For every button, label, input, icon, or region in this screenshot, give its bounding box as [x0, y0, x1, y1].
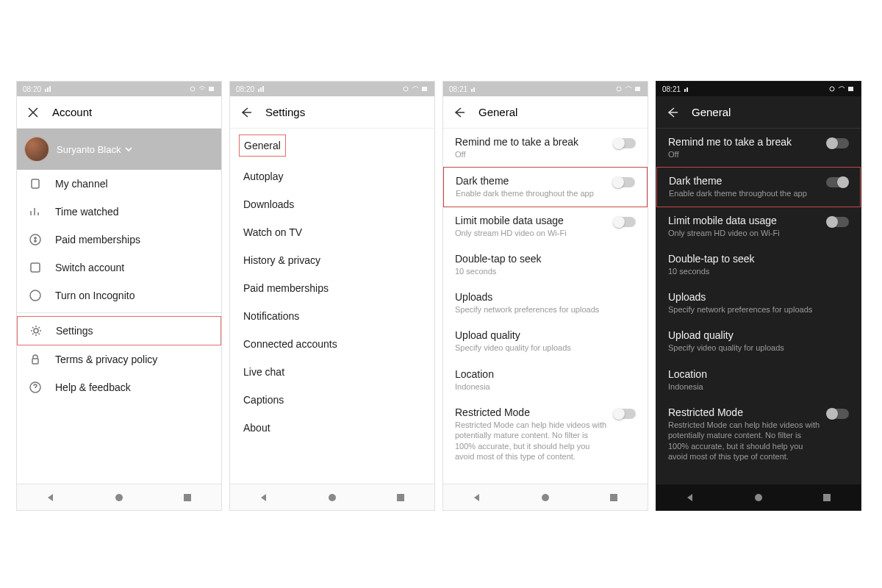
- incognito-item[interactable]: Turn on Incognito: [17, 282, 221, 309]
- chart-icon: [29, 205, 42, 218]
- terms-item[interactable]: Terms & privacy policy: [17, 345, 221, 373]
- settings-memberships[interactable]: Paid memberships: [230, 274, 434, 302]
- wifi-icon: [198, 85, 206, 93]
- limit-data-row[interactable]: Limit mobile data usageOnly stream HD vi…: [443, 207, 648, 245]
- svg-point-0: [190, 87, 195, 91]
- nav-recent-icon[interactable]: [822, 492, 832, 503]
- upload-quality-row[interactable]: Upload qualitySpecify video quality for …: [656, 322, 861, 360]
- wifi-icon: [412, 85, 419, 93]
- header: Settings: [230, 96, 434, 129]
- toggle[interactable]: [827, 409, 849, 419]
- nav-recent-icon[interactable]: [609, 492, 619, 503]
- status-time: 08:21: [662, 85, 681, 93]
- nav-home-icon[interactable]: [327, 492, 337, 503]
- upload-quality-row[interactable]: Upload qualitySpecify video quality for …: [443, 322, 648, 360]
- dollar-icon: [29, 233, 42, 246]
- double-tap-row[interactable]: Double-tap to seek10 seconds: [443, 245, 648, 284]
- svg-rect-10: [184, 494, 191, 501]
- dark-theme-row[interactable]: Dark themeEnable dark theme throughout t…: [656, 167, 861, 207]
- remind-break-row[interactable]: Remind me to take a breakOff: [656, 129, 861, 167]
- nav-bar: [443, 484, 648, 510]
- settings-downloads[interactable]: Downloads: [230, 190, 434, 218]
- item-label: Time watched: [55, 206, 119, 218]
- toggle[interactable]: [614, 409, 636, 419]
- uploads-row[interactable]: UploadsSpecify network preferences for u…: [656, 284, 861, 322]
- paid-memberships-item[interactable]: Paid memberships: [17, 226, 221, 254]
- location-row[interactable]: LocationIndonesia: [656, 361, 861, 399]
- settings-notifications[interactable]: Notifications: [230, 302, 434, 330]
- settings-captions[interactable]: Captions: [230, 386, 434, 414]
- settings-watch-tv[interactable]: Watch on TV: [230, 218, 434, 246]
- restricted-mode-row[interactable]: Restricted ModeRestricted Mode can help …: [656, 399, 861, 469]
- toggle[interactable]: [614, 138, 636, 148]
- account-banner[interactable]: Suryanto Black: [17, 129, 221, 170]
- status-bar: 08:20: [17, 82, 221, 96]
- nav-back-icon[interactable]: [685, 492, 695, 503]
- dark-theme-toggle[interactable]: [613, 177, 635, 187]
- time-watched-item[interactable]: Time watched: [17, 198, 221, 226]
- back-icon[interactable]: [240, 107, 252, 118]
- signal-icon: [257, 85, 265, 93]
- item-label: Switch account: [55, 262, 124, 273]
- item-label: Help & feedback: [55, 381, 131, 393]
- divider: [17, 312, 221, 313]
- remind-break-row[interactable]: Remind me to take a breakOff: [443, 129, 648, 167]
- battery-icon: [421, 85, 429, 93]
- toggle[interactable]: [614, 217, 636, 227]
- help-item[interactable]: Help & feedback: [17, 373, 221, 401]
- toggle[interactable]: [827, 138, 849, 148]
- settings-history[interactable]: History & privacy: [230, 246, 434, 274]
- location-row[interactable]: LocationIndonesia: [443, 361, 648, 399]
- dark-theme-row[interactable]: Dark themeEnable dark theme throughout t…: [443, 167, 648, 207]
- header: Account: [17, 96, 221, 129]
- nav-recent-icon[interactable]: [395, 492, 406, 503]
- dark-theme-toggle[interactable]: [826, 177, 848, 187]
- general-list: Remind me to take a breakOff Dark themeE…: [656, 129, 861, 484]
- nav-recent-icon[interactable]: [182, 492, 193, 503]
- signal-icon: [44, 85, 51, 93]
- double-tap-row[interactable]: Double-tap to seek10 seconds: [656, 245, 861, 284]
- signal-icon: [470, 85, 478, 93]
- general-list: Remind me to take a breakOff Dark themeE…: [443, 129, 648, 484]
- back-icon[interactable]: [453, 107, 465, 118]
- status-time: 08:21: [449, 85, 467, 93]
- nav-back-icon[interactable]: [472, 492, 482, 503]
- close-icon[interactable]: [27, 107, 39, 118]
- toggle[interactable]: [827, 217, 849, 227]
- switch-icon: [29, 261, 42, 274]
- svg-rect-16: [635, 87, 640, 91]
- battery-icon: [634, 85, 642, 93]
- restricted-mode-row[interactable]: Restricted ModeRestricted Mode can help …: [443, 399, 648, 469]
- svg-rect-14: [397, 494, 404, 501]
- settings-item[interactable]: Settings: [17, 316, 221, 345]
- settings-livechat[interactable]: Live chat: [230, 358, 434, 386]
- back-icon[interactable]: [667, 107, 678, 118]
- settings-about[interactable]: About: [230, 414, 434, 442]
- item-label: Terms & privacy policy: [55, 354, 157, 365]
- item-label: Turn on Incognito: [55, 290, 135, 301]
- gear-icon: [29, 324, 43, 337]
- settings-general[interactable]: General: [239, 135, 286, 157]
- nav-back-icon[interactable]: [259, 492, 269, 503]
- limit-data-row[interactable]: Limit mobile data usageOnly stream HD vi…: [656, 207, 861, 245]
- settings-connected[interactable]: Connected accounts: [230, 330, 434, 358]
- nav-bar: [656, 484, 861, 510]
- status-bar: 08:21: [656, 82, 861, 96]
- header: General: [443, 96, 648, 129]
- nav-home-icon[interactable]: [753, 492, 764, 503]
- status-time: 08:20: [236, 85, 254, 93]
- my-channel-item[interactable]: My channel: [17, 170, 221, 198]
- uploads-row[interactable]: UploadsSpecify network preferences for u…: [443, 284, 648, 322]
- svg-point-9: [115, 494, 123, 501]
- settings-autoplay[interactable]: Autoplay: [230, 162, 434, 190]
- switch-account-item[interactable]: Switch account: [17, 254, 221, 282]
- nav-back-icon[interactable]: [46, 492, 56, 503]
- svg-point-17: [542, 494, 549, 501]
- svg-point-13: [329, 494, 336, 501]
- svg-point-19: [830, 87, 834, 91]
- header-title: Settings: [265, 106, 305, 118]
- nav-home-icon[interactable]: [114, 492, 124, 503]
- item-label: My channel: [55, 178, 108, 190]
- status-bar: 08:21: [443, 82, 648, 96]
- nav-home-icon[interactable]: [540, 492, 551, 503]
